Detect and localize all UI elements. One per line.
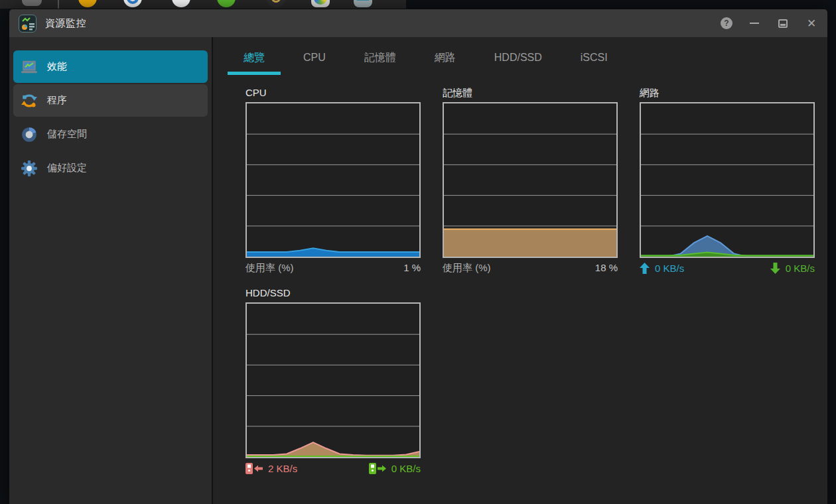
cpu-usage-value: 1 % bbox=[403, 262, 421, 275]
sidebar-item-label: 儲存空間 bbox=[47, 128, 87, 141]
resource-monitor-app-icon bbox=[19, 15, 36, 32]
minimize-button[interactable] bbox=[748, 17, 761, 30]
window-title: 資源監控 bbox=[45, 17, 86, 30]
hdd-panel: HDD/SSD 2 KB/s bbox=[245, 287, 421, 474]
memory-usage-value: 18 % bbox=[595, 262, 618, 275]
upload-arrow-icon bbox=[640, 263, 650, 274]
network-panel-title: 網路 bbox=[640, 87, 815, 98]
hdd-chart bbox=[245, 302, 421, 458]
tab-cpu[interactable]: CPU bbox=[287, 37, 342, 78]
hdd-panel-title: HDD/SSD bbox=[245, 287, 421, 298]
clock-icon[interactable] bbox=[172, 0, 190, 7]
help-button[interactable]: ? bbox=[721, 17, 732, 29]
tab-hdd-ssd[interactable]: HDD/SSD bbox=[478, 37, 558, 78]
download-speed: 0 KB/s bbox=[786, 263, 815, 274]
sidebar-item-preferences[interactable]: 偏好設定 bbox=[13, 152, 208, 184]
network-panel: 網路 0 KB/s bbox=[640, 87, 815, 275]
sidebar-item-processes[interactable]: 程序 bbox=[13, 84, 208, 117]
close-button[interactable]: ✕ bbox=[805, 17, 818, 30]
tab-memory[interactable]: 記憶體 bbox=[348, 37, 412, 78]
hdd-read-legend: 2 KB/s bbox=[245, 463, 297, 474]
tab-iscsi[interactable]: iSCSI bbox=[565, 37, 624, 78]
resource-monitor-window: 資源監控 ? ✕ 效能 bbox=[9, 9, 827, 504]
cpu-chart bbox=[245, 102, 421, 258]
hdd-read-speed: 2 KB/s bbox=[268, 463, 297, 474]
network-chart bbox=[640, 102, 815, 258]
memory-panel: 記憶體 使用率 (%) 18 % bbox=[443, 87, 618, 275]
cpu-usage-label: 使用率 (%) bbox=[245, 262, 294, 275]
tab-network[interactable]: 網路 bbox=[419, 37, 472, 78]
network-download-legend: 0 KB/s bbox=[770, 263, 815, 274]
yellow-app-icon[interactable] bbox=[78, 0, 97, 7]
cpu-panel: CPU 使用率 (%) 1 % bbox=[245, 87, 421, 275]
upload-speed: 0 KB/s bbox=[655, 263, 684, 274]
hdd-write-legend: 0 KB/s bbox=[369, 463, 421, 474]
gear-icon bbox=[21, 160, 38, 177]
titlebar: 資源監控 ? ✕ bbox=[9, 9, 827, 37]
storage-pie-icon bbox=[21, 126, 38, 143]
desktop-taskbar bbox=[0, 0, 406, 9]
photos-icon[interactable] bbox=[311, 0, 330, 7]
sidebar: 效能 程序 儲存空間 bbox=[9, 37, 213, 504]
performance-monitor-icon bbox=[21, 58, 38, 76]
main-content: 總覽 CPU 記憶體 網路 HDD/SSD iSCSI CPU 使用率 (%) … bbox=[213, 37, 827, 504]
hdd-write-speed: 0 KB/s bbox=[391, 463, 421, 474]
network-upload-legend: 0 KB/s bbox=[640, 263, 684, 274]
sidebar-item-label: 偏好設定 bbox=[47, 162, 87, 174]
processes-icon bbox=[21, 92, 38, 109]
green-app-icon[interactable] bbox=[217, 0, 236, 7]
tab-overview[interactable]: 總覽 bbox=[228, 37, 281, 78]
overview-panels: CPU 使用率 (%) 1 % 記憶體 使用率 (%) 18 % bbox=[213, 78, 827, 487]
cpu-panel-title: CPU bbox=[245, 87, 421, 98]
maximize-button[interactable] bbox=[776, 17, 790, 30]
sidebar-item-storage[interactable]: 儲存空間 bbox=[13, 118, 208, 151]
monitor-app-icon[interactable] bbox=[354, 0, 372, 7]
gold-app-icon[interactable] bbox=[267, 0, 285, 7]
sidebar-item-label: 效能 bbox=[47, 60, 67, 73]
browser-icon[interactable] bbox=[123, 0, 142, 7]
tab-bar: 總覽 CPU 記憶體 網路 HDD/SSD iSCSI bbox=[213, 37, 827, 78]
memory-chart bbox=[443, 102, 618, 258]
sidebar-item-label: 程序 bbox=[47, 94, 67, 107]
pointer-icon[interactable] bbox=[22, 0, 42, 6]
sidebar-item-performance[interactable]: 效能 bbox=[13, 50, 208, 83]
download-arrow-icon bbox=[770, 263, 780, 274]
disk-write-icon bbox=[369, 463, 386, 474]
memory-panel-title: 記憶體 bbox=[443, 87, 618, 98]
taskbar-separator bbox=[58, 0, 59, 9]
disk-read-icon bbox=[245, 463, 263, 474]
memory-usage-label: 使用率 (%) bbox=[443, 262, 491, 275]
